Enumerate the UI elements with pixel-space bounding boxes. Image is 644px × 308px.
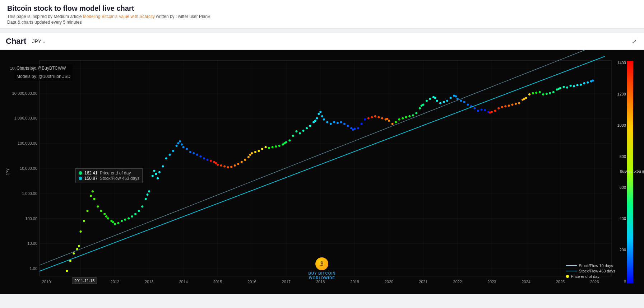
color-scale-title: Days until next halving [620,170,644,174]
header: Bitcoin stock to flow model live chart T… [0,0,644,29]
chart-label: Chart [6,37,26,46]
chart-toolbar: Chart JPY ↓ ⤢ [0,33,644,50]
chart-section: Chart JPY ↓ ⤢ Charts by: @BuyBTCWW Model… [0,33,644,294]
currency-text: JPY [32,38,41,44]
subtitle: This page is inspired by Medium article … [7,14,637,19]
bitcoin-chart-canvas[interactable] [0,50,644,294]
article-link[interactable]: Modeling Bitcoin's Value with Scarcity [83,14,155,19]
chart-container: Charts by: @BuyBTCWW Models by: @100tril… [0,50,644,294]
page-title: Bitcoin stock to flow model live chart [7,4,637,13]
expand-button[interactable]: ⤢ [630,37,638,46]
update-info: Data & charts updated every 5 minutes [7,20,637,25]
dropdown-arrow-icon: ↓ [43,38,45,44]
currency-selector[interactable]: JPY ↓ [32,38,45,44]
